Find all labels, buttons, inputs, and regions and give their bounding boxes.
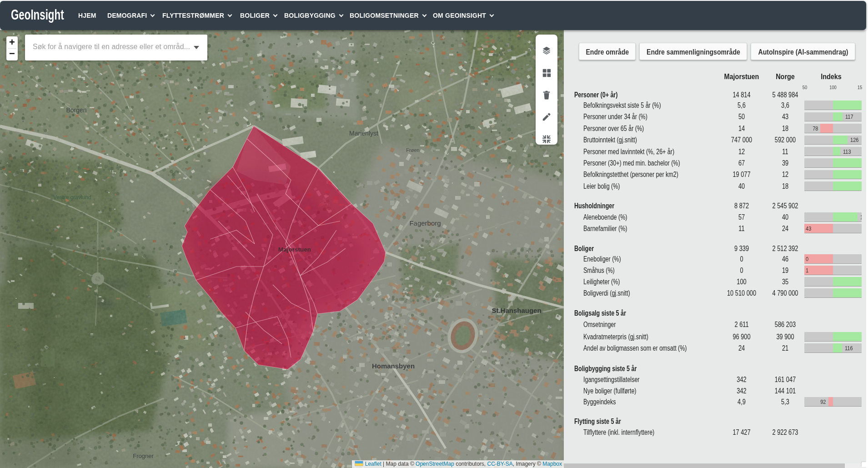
- svg-text:Majorstuen: Majorstuen: [278, 246, 311, 253]
- svg-text:Frøen: Frøen: [406, 147, 419, 153]
- svg-text:Fagerborg: Fagerborg: [409, 219, 441, 227]
- svg-text:Frogner: Frogner: [133, 453, 154, 459]
- svg-text:Borgen: Borgen: [66, 106, 86, 114]
- svg-text:Vestre gravlund: Vestre gravlund: [53, 194, 91, 201]
- svg-text:St.Hanshaugen: St.Hanshaugen: [492, 307, 541, 314]
- svg-text:Marienlyst: Marienlyst: [349, 130, 378, 137]
- svg-text:Homansbyen: Homansbyen: [372, 362, 415, 370]
